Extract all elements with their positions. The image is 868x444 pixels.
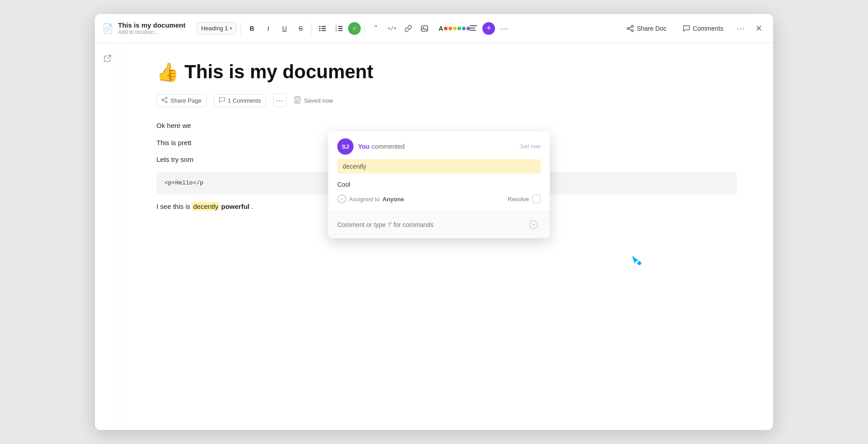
comment-input[interactable] bbox=[337, 221, 522, 228]
svg-text:3.: 3. bbox=[335, 29, 337, 32]
code-button[interactable]: </> bbox=[385, 21, 399, 36]
svg-rect-25 bbox=[296, 100, 300, 101]
document-heading: 👍 This is my document bbox=[156, 61, 737, 83]
check-button[interactable]: ✓ bbox=[348, 22, 361, 35]
share-page-button[interactable]: Share Page bbox=[156, 94, 207, 107]
editor-area[interactable]: 👍 This is my document Share Page 1 Comme… bbox=[120, 43, 773, 430]
highlighted-word: decently bbox=[192, 202, 219, 211]
comment-author-row: SJ You commented bbox=[337, 138, 405, 155]
saved-status: Saved now bbox=[294, 96, 333, 105]
svg-rect-7 bbox=[338, 26, 343, 27]
toolbar-center: Heading 1 ▾ B I U S 1.2.3. ✓ " </> bbox=[196, 21, 617, 36]
comment-icon bbox=[219, 97, 225, 104]
meta-more-button[interactable]: ⋯ bbox=[273, 94, 287, 107]
share-icon bbox=[161, 97, 168, 104]
toolbar-right: Share Doc Comments ⋯ ✕ bbox=[620, 21, 766, 36]
svg-rect-24 bbox=[296, 97, 299, 99]
numbered-list-button[interactable]: 1.2.3. bbox=[332, 21, 346, 36]
share-page-label: Share Page bbox=[170, 97, 202, 104]
saved-label: Saved now bbox=[304, 97, 333, 104]
bold-word: powerful bbox=[221, 203, 250, 210]
comment-header: SJ You commented Just now bbox=[337, 138, 541, 155]
svg-point-0 bbox=[319, 26, 321, 27]
comments-button[interactable]: Comments bbox=[676, 22, 730, 35]
toolbar-separator-2 bbox=[311, 22, 312, 35]
strikethrough-button[interactable]: S bbox=[293, 21, 308, 36]
document-icon: 📄 bbox=[102, 23, 113, 34]
doc-title-area: This is my document Add to location... bbox=[118, 21, 185, 35]
quote-button[interactable]: " bbox=[368, 21, 383, 36]
doc-title: This is my document bbox=[118, 21, 185, 29]
assigned-person: Anyone bbox=[382, 196, 404, 203]
svg-point-4 bbox=[319, 30, 321, 31]
svg-point-17 bbox=[632, 25, 633, 27]
color-palette-button[interactable] bbox=[450, 21, 464, 36]
comment-popup: SJ You commented Just now decently Cool bbox=[328, 131, 550, 238]
avatar: SJ bbox=[337, 138, 354, 155]
svg-rect-1 bbox=[321, 26, 326, 27]
resolve-row: Resolve bbox=[508, 195, 541, 203]
svg-point-13 bbox=[423, 27, 424, 28]
comments-count-button[interactable]: 1 Comments bbox=[214, 94, 266, 107]
bold-button[interactable]: B bbox=[245, 21, 259, 36]
svg-rect-16 bbox=[470, 30, 476, 31]
assigned-label: Assigned to bbox=[349, 196, 380, 203]
heading-arrow: ▾ bbox=[230, 26, 232, 31]
svg-rect-11 bbox=[338, 30, 343, 31]
more-menu-button[interactable]: ⋯ bbox=[733, 21, 748, 36]
comments-count-label: 1 Comments bbox=[228, 97, 261, 104]
comment-input-area bbox=[328, 211, 550, 238]
comment-verb: commented bbox=[372, 143, 405, 150]
assigned-to: ✓ Assigned to Anyone bbox=[337, 194, 404, 203]
document-title: This is my document bbox=[184, 61, 373, 83]
more-options-button[interactable]: ⋯ bbox=[497, 21, 511, 36]
svg-rect-5 bbox=[321, 30, 326, 31]
svg-point-28 bbox=[637, 261, 642, 265]
body-line-1: Ok here we bbox=[156, 120, 737, 132]
content-area: 👍 This is my document Share Page 1 Comme… bbox=[95, 43, 773, 430]
svg-rect-15 bbox=[470, 28, 475, 28]
italic-button[interactable]: I bbox=[261, 21, 275, 36]
svg-point-18 bbox=[627, 28, 629, 29]
share-doc-button[interactable]: Share Doc bbox=[620, 22, 673, 35]
svg-rect-14 bbox=[470, 25, 477, 26]
image-button[interactable] bbox=[417, 21, 432, 36]
toolbar: 📄 This is my document Add to location...… bbox=[95, 14, 773, 43]
comment-author: You bbox=[358, 143, 369, 150]
document-meta: Share Page 1 Comments ⋯ Saved now bbox=[156, 94, 737, 107]
underline-button[interactable]: U bbox=[277, 21, 292, 36]
toolbar-separator-3 bbox=[364, 22, 365, 35]
comments-label: Comments bbox=[693, 25, 723, 32]
resolve-label: Resolve bbox=[508, 196, 529, 203]
heading-emoji: 👍 bbox=[156, 61, 179, 83]
doc-location: Add to location... bbox=[118, 29, 185, 35]
comment-reply-text: Cool bbox=[337, 178, 541, 193]
sidebar bbox=[95, 43, 120, 430]
svg-rect-26 bbox=[296, 101, 298, 102]
comment-send-button[interactable] bbox=[526, 217, 541, 232]
comment-highlighted-text: decently bbox=[337, 159, 541, 174]
add-content-button[interactable]: + bbox=[482, 22, 495, 35]
svg-point-2 bbox=[319, 28, 321, 29]
share-doc-label: Share Doc bbox=[637, 25, 666, 32]
saved-icon bbox=[294, 96, 301, 105]
comment-time: Just now bbox=[519, 143, 541, 150]
svg-rect-12 bbox=[421, 26, 428, 31]
comment-thread: SJ You commented Just now decently Cool bbox=[328, 131, 550, 238]
toolbar-left: 📄 This is my document Add to location... bbox=[102, 21, 193, 35]
assigned-check-icon: ✓ bbox=[337, 194, 346, 203]
link-button[interactable] bbox=[401, 21, 415, 36]
comment-footer: ✓ Assigned to Anyone Resolve bbox=[337, 193, 541, 203]
svg-rect-9 bbox=[338, 28, 343, 29]
resolve-checkbox[interactable] bbox=[533, 195, 541, 203]
heading-select[interactable]: Heading 1 ▾ bbox=[196, 22, 237, 34]
bullet-list-button[interactable] bbox=[316, 21, 330, 36]
svg-point-19 bbox=[632, 30, 633, 32]
sidebar-back-icon[interactable] bbox=[99, 50, 116, 66]
svg-rect-3 bbox=[321, 28, 326, 29]
comment-item: SJ You commented Just now decently Cool bbox=[328, 131, 550, 211]
toolbar-separator-1 bbox=[241, 22, 241, 35]
align-button[interactable] bbox=[466, 21, 481, 36]
close-button[interactable]: ✕ bbox=[751, 21, 766, 36]
